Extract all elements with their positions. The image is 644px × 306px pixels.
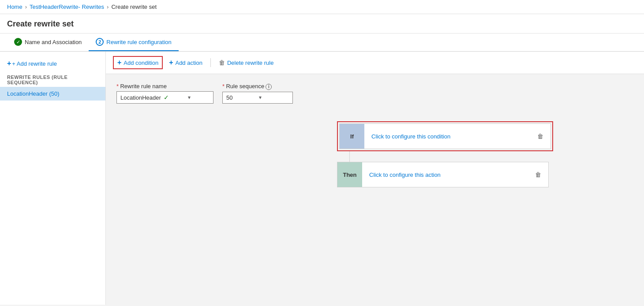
- rule-name-check-icon: ✓: [164, 94, 185, 101]
- then-configure-link[interactable]: Click to configure this action: [362, 172, 528, 178]
- rule-name-chevron-icon: ▾: [188, 94, 210, 101]
- rule-sequence-info-icon[interactable]: i: [266, 84, 272, 90]
- breadcrumb-current: Create rewrite set: [111, 4, 157, 10]
- tab-name-association-label: Name and Association: [25, 39, 82, 45]
- then-card: Then Click to configure this action 🗑: [337, 162, 549, 187]
- page-title: Create rewrite set: [0, 14, 644, 34]
- breadcrumb-parent[interactable]: TestHeaderRewrite- Rewrites: [30, 4, 104, 10]
- tab-number-icon: 2: [96, 38, 104, 46]
- if-configure-link[interactable]: Click to configure this condition: [364, 133, 530, 140]
- content-area: + Add condition + Add action 🗑 Delete re…: [106, 52, 644, 305]
- add-rewrite-rule-button[interactable]: + + Add rewrite rule: [0, 56, 105, 71]
- add-condition-plus-icon: +: [117, 59, 121, 67]
- rule-name-input[interactable]: LocationHeader ✓ ▾: [116, 91, 213, 104]
- add-action-label: Add action: [175, 60, 202, 66]
- add-condition-button[interactable]: + Add condition: [113, 56, 163, 69]
- tab-bar: ✓ Name and Association 2 Rewrite rule co…: [0, 34, 644, 52]
- rule-name-group: * Rewrite rule name LocationHeader ✓ ▾: [116, 83, 213, 104]
- rule-sequence-chevron-icon: ▾: [259, 94, 289, 101]
- trash-icon: 🗑: [219, 59, 225, 66]
- breadcrumb: Home › TestHeaderRewrite- Rewrites › Cre…: [0, 0, 644, 14]
- tab-name-association[interactable]: ✓ Name and Association: [7, 34, 89, 51]
- delete-rewrite-rule-label: Delete rewrite rule: [227, 60, 274, 66]
- if-card: If Click to configure this condition 🗑: [339, 123, 551, 149]
- rule-sequence-input[interactable]: 50 ▾: [222, 92, 293, 104]
- rule-sequence-group: * Rule sequence i 50 ▾: [222, 83, 293, 104]
- form-area: * Rewrite rule name LocationHeader ✓ ▾ *…: [106, 74, 644, 112]
- sidebar: + + Add rewrite rule REWRITE RULES (RULE…: [0, 52, 106, 305]
- tab-rewrite-rule-config-label: Rewrite rule configuration: [106, 39, 171, 45]
- delete-rewrite-rule-button[interactable]: 🗑 Delete rewrite rule: [214, 56, 278, 69]
- then-delete-button[interactable]: 🗑: [528, 171, 548, 178]
- sidebar-section-label: REWRITE RULES (RULE SEQUENCE): [0, 71, 105, 87]
- rule-sequence-label: * Rule sequence i: [222, 83, 293, 90]
- if-badge: If: [340, 124, 364, 149]
- add-rewrite-rule-label: + Add rewrite rule: [12, 60, 57, 67]
- toolbar-separator: [210, 58, 211, 67]
- if-card-highlight: If Click to configure this condition 🗑: [337, 121, 553, 151]
- main-layout: + + Add rewrite rule REWRITE RULES (RULE…: [0, 52, 644, 305]
- diagram-area: If Click to configure this condition 🗑 T…: [326, 112, 644, 196]
- tab-rewrite-rule-config[interactable]: 2 Rewrite rule configuration: [89, 34, 178, 51]
- if-delete-button[interactable]: 🗑: [530, 133, 550, 140]
- rule-name-value: LocationHeader: [120, 94, 161, 101]
- rule-name-required-star: *: [116, 83, 119, 90]
- if-then-connector: [349, 151, 350, 162]
- rule-name-label: * Rewrite rule name: [116, 83, 213, 90]
- add-action-button[interactable]: + Add action: [165, 56, 207, 69]
- add-condition-label: Add condition: [124, 60, 158, 66]
- tab-check-icon: ✓: [14, 38, 22, 46]
- add-rewrite-rule-plus-icon: +: [7, 60, 11, 67]
- rule-sequence-value: 50: [226, 94, 256, 101]
- add-action-plus-icon: +: [169, 59, 173, 67]
- breadcrumb-home[interactable]: Home: [7, 4, 22, 10]
- form-row: * Rewrite rule name LocationHeader ✓ ▾ *…: [116, 83, 633, 104]
- rule-sequence-required-star: *: [222, 83, 225, 90]
- then-badge: Then: [337, 162, 362, 187]
- sidebar-item-location-header[interactable]: LocationHeader (50): [0, 87, 105, 101]
- toolbar: + Add condition + Add action 🗑 Delete re…: [106, 52, 644, 74]
